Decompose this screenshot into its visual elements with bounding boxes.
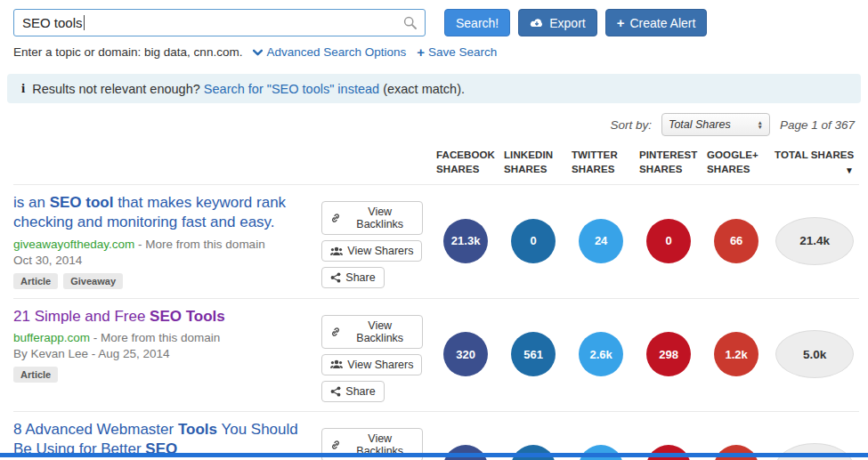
- view-backlinks-button[interactable]: View Backlinks: [321, 315, 423, 349]
- users-icon: [330, 246, 343, 256]
- column-header: PINTEREST SHARES: [639, 149, 707, 176]
- column-header: TOTAL SHARES▼: [775, 149, 868, 176]
- text-caret: [84, 15, 85, 30]
- result-tags: Article: [13, 367, 321, 383]
- sort-direction-icon[interactable]: ▼: [845, 165, 854, 177]
- save-search-link[interactable]: + Save Search: [417, 44, 497, 60]
- result-domain-link[interactable]: bufferapp.com: [13, 331, 90, 344]
- search-helper: Enter a topic or domain: big data, cnn.c…: [0, 44, 868, 60]
- share-button[interactable]: Share: [321, 381, 384, 402]
- tag-badge: Article: [13, 273, 58, 289]
- relevance-notice: i Results not relevant enough? Search fo…: [7, 74, 861, 103]
- column-header: GOOGLE+ SHARES: [707, 149, 775, 176]
- result-row: 21 Simple and Free SEO Tools bufferapp.c…: [13, 298, 859, 411]
- page-indicator: Page 1 of 367: [780, 118, 855, 132]
- users-icon: [330, 359, 343, 369]
- plus-icon: +: [417, 44, 425, 60]
- exact-match-search-link[interactable]: Search for "SEO tools" instead: [204, 82, 379, 96]
- bottom-edge-bar: [0, 453, 868, 457]
- search-toolbar: SEO tools Search! Export + Create Alert: [0, 0, 868, 36]
- create-alert-button[interactable]: + Create Alert: [605, 9, 708, 36]
- twitter-shares-count: 2.6k: [579, 332, 623, 376]
- helper-text: Enter a topic or domain: big data, cnn.c…: [13, 45, 242, 59]
- share-icon: [330, 386, 341, 397]
- pinterest-shares-count: 0: [646, 219, 691, 263]
- result-tags: ArticleGiveaway: [13, 273, 321, 289]
- search-button[interactable]: Search!: [444, 9, 510, 36]
- more-from-domain-link[interactable]: More from this domain: [145, 238, 264, 251]
- googleplus-shares-count: 66: [714, 219, 758, 263]
- export-button[interactable]: Export: [518, 9, 596, 36]
- search-icon: [403, 16, 417, 29]
- result-byline: Oct 30, 2014: [13, 254, 321, 267]
- notice-text: Results not relevant enough? Search for …: [32, 82, 465, 96]
- select-arrows-icon: ▲▼: [757, 120, 762, 129]
- share-icon: [330, 272, 341, 283]
- twitter-shares-count: 24: [579, 219, 623, 263]
- facebook-shares-count: 21.3k: [443, 219, 488, 263]
- sort-controls: Sort by: Total Shares ▲▼ Page 1 of 367: [0, 113, 868, 136]
- tag-badge: Article: [13, 367, 58, 383]
- column-header: LINKEDIN SHARES: [504, 149, 572, 176]
- advanced-search-options-link[interactable]: Advanced Search Options: [253, 45, 406, 59]
- result-byline: By Kevan Lee - Aug 25, 2014: [13, 347, 321, 360]
- pinterest-shares-count: 298: [646, 332, 691, 376]
- result-domain-line: giveawayoftheday.com - More from this do…: [13, 238, 321, 251]
- linkedin-shares-count: 0: [511, 219, 556, 263]
- view-backlinks-button[interactable]: View Backlinks: [321, 201, 423, 235]
- tag-badge: Giveaway: [63, 273, 123, 289]
- search-input-value: SEO tools: [22, 15, 83, 30]
- search-results-page: SEO tools Search! Export + Create Alert …: [0, 0, 868, 460]
- sort-by-label: Sort by:: [610, 118, 652, 132]
- result-domain-link[interactable]: giveawayoftheday.com: [13, 238, 134, 251]
- plus-icon: +: [617, 16, 625, 29]
- total-shares-count: 4.8k: [775, 443, 854, 460]
- result-row: is an SEO tool that makes keyword rank c…: [13, 184, 859, 298]
- link-icon: [330, 213, 341, 223]
- column-header: TWITTER SHARES: [572, 149, 639, 176]
- results-list: is an SEO tool that makes keyword rank c…: [0, 184, 868, 460]
- share-button[interactable]: Share: [321, 267, 384, 288]
- sort-selected-value: Total Shares: [669, 118, 731, 131]
- facebook-shares-count: 320: [443, 332, 488, 376]
- more-from-domain-link[interactable]: More from this domain: [101, 331, 220, 344]
- cloud-download-icon: [530, 18, 544, 28]
- result-title-link[interactable]: 21 Simple and Free SEO Tools: [13, 307, 320, 327]
- chevron-down-icon: [253, 49, 263, 56]
- table-header: FACEBOOK SHARESLINKEDIN SHARESTWITTER SH…: [0, 149, 868, 176]
- column-header: FACEBOOK SHARES: [436, 149, 504, 176]
- view-sharers-button[interactable]: View Sharers: [321, 240, 422, 262]
- total-shares-count: 21.4k: [775, 217, 854, 265]
- view-sharers-button[interactable]: View Sharers: [321, 354, 422, 375]
- search-input[interactable]: SEO tools: [13, 9, 426, 36]
- linkedin-shares-count: 561: [511, 332, 556, 376]
- googleplus-shares-count: 1.2k: [714, 332, 758, 376]
- info-icon: i: [21, 81, 25, 96]
- link-icon: [330, 440, 341, 450]
- link-icon: [330, 327, 341, 337]
- total-shares-count: 5.0k: [775, 330, 854, 378]
- result-domain-line: bufferapp.com - More from this domain: [13, 331, 321, 344]
- sort-select[interactable]: Total Shares ▲▼: [661, 113, 770, 136]
- result-title-link[interactable]: is an SEO tool that makes keyword rank c…: [13, 193, 320, 233]
